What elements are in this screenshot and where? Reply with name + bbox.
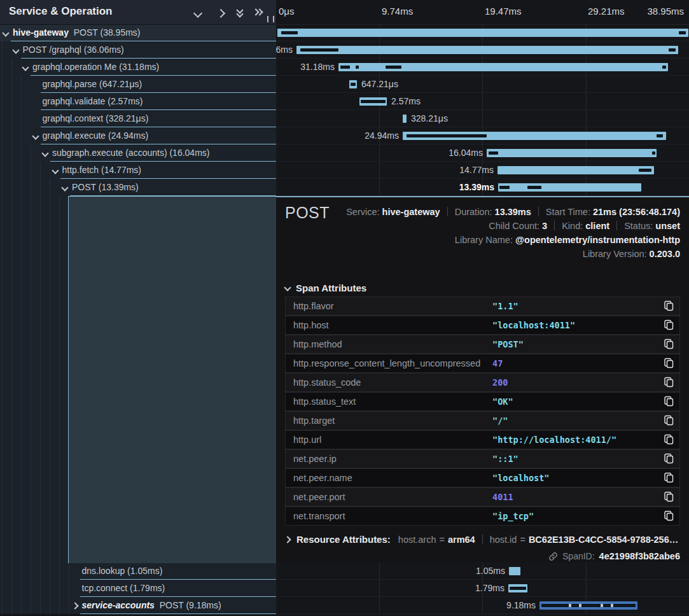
copy-value-button[interactable]	[663, 472, 674, 484]
timeline-row[interactable]: 328.21μs	[276, 110, 689, 127]
copy-value-button[interactable]	[663, 510, 674, 522]
chevron-down-icon[interactable]	[52, 167, 59, 174]
span-bar[interactable]	[498, 166, 654, 174]
attribute-row: net.peer.name"localhost"	[286, 469, 679, 487]
span-tree-row[interactable]: graphql.execute (24.94ms)	[0, 127, 276, 144]
child-span-segment	[386, 66, 401, 69]
timeline-tick-label: 29.21ms	[588, 6, 625, 17]
service-name: service-accounts	[82, 600, 155, 610]
chevron-right-icon[interactable]	[218, 8, 230, 18]
operation-name: graphql.parse (647.21μs)	[43, 79, 143, 89]
column-resizer-handle[interactable]	[267, 16, 274, 22]
attribute-row: http.url"http://localhost:4011/"	[286, 431, 679, 449]
span-bar[interactable]	[296, 46, 678, 54]
span-bar[interactable]	[349, 80, 357, 88]
span-bar[interactable]	[498, 183, 641, 192]
duration-label: 36.06ms	[276, 41, 293, 59]
child-span-segment	[527, 186, 541, 189]
chevron-down-icon[interactable]	[12, 46, 19, 53]
timeline-row[interactable]: 2.57ms	[276, 93, 689, 110]
attribute-key: http.response_content_length_uncompresse…	[293, 354, 480, 372]
resource-equals: =	[439, 535, 444, 545]
timeline-row[interactable]: 14.77ms	[276, 162, 689, 179]
timeline-row[interactable]: 31.18ms	[276, 59, 689, 76]
meta-value: 3	[542, 221, 547, 231]
attribute-row: http.response_content_length_uncompresse…	[286, 354, 679, 372]
span-tree-row[interactable]: hive-gateway POST (38.95ms)	[0, 24, 276, 41]
resource-key: host.arch	[398, 535, 436, 545]
span-tree-row[interactable]: http.fetch (14.77ms)	[0, 162, 276, 179]
timeline-row[interactable]: 1.79ms	[276, 580, 689, 597]
selected-span-region	[68, 196, 276, 563]
operation-name: http.fetch (14.77ms)	[62, 165, 142, 175]
span-tree-row[interactable]: POST /graphql (36.06ms)	[0, 41, 276, 59]
span-title: POST	[285, 204, 330, 222]
copy-value-button[interactable]	[663, 396, 674, 407]
copy-value-button[interactable]	[663, 491, 674, 503]
span-tree-row[interactable]: POST (13.39ms)	[0, 179, 276, 196]
chevron-down-icon[interactable]	[32, 132, 39, 139]
double-chevron-down-icon[interactable]	[235, 8, 248, 18]
copy-value-button[interactable]	[663, 434, 674, 445]
meta-value: 21ms (23:56:48.174)	[593, 207, 680, 217]
span-tree-row[interactable]: tcp.connect (1.79ms)	[0, 580, 276, 597]
timeline-row[interactable]: 9.18ms	[276, 597, 689, 614]
timeline-row[interactable]: 16.04ms	[276, 144, 689, 162]
link-icon[interactable]	[548, 552, 558, 561]
span-detail-panel: POST Service: hive-gatewayDuration: 13.3…	[276, 196, 689, 563]
copy-value-button[interactable]	[663, 377, 674, 388]
span-tree-row[interactable]: graphql.validate (2.57ms)	[0, 93, 276, 110]
timeline-row[interactable]: 36.06ms	[276, 41, 689, 59]
copy-value-button[interactable]	[663, 453, 674, 465]
timeline-row[interactable]: 38.95ms	[276, 24, 689, 41]
timeline-row[interactable]: 1.05ms	[276, 563, 689, 580]
span-tree-row[interactable]: graphql.context (328.21μs)	[0, 110, 276, 127]
copy-icon	[664, 453, 674, 464]
child-span-segment	[361, 100, 386, 103]
copy-value-button[interactable]	[663, 415, 674, 426]
span-bar[interactable]	[539, 601, 637, 610]
timeline-row[interactable]: 24.94ms	[276, 127, 689, 144]
double-chevron-right-icon[interactable]	[253, 8, 266, 18]
span-bar[interactable]	[487, 149, 657, 157]
attribute-key: http.status_code	[293, 374, 361, 391]
copy-icon	[664, 415, 674, 426]
copy-value-button[interactable]	[663, 300, 674, 312]
span-bar[interactable]	[277, 29, 688, 37]
chevron-down-icon[interactable]	[22, 64, 29, 71]
timeline-panel: 0μs9.74ms19.47ms29.21ms38.95ms 38.95ms36…	[276, 0, 689, 616]
span-bar[interactable]	[338, 63, 668, 71]
child-span-segment	[499, 186, 510, 189]
copy-value-button[interactable]	[663, 319, 674, 331]
child-span-segment	[541, 604, 636, 607]
attribute-key: net.transport	[293, 507, 345, 525]
service-name: hive-gateway	[13, 27, 69, 38]
chevron-down-icon[interactable]	[195, 8, 207, 18]
span-attributes-header[interactable]: Span Attributes	[285, 283, 366, 293]
span-row-label: POST /graphql (36.06ms)	[23, 41, 124, 59]
span-tree-row[interactable]: subgraph.execute (accounts) (16.04ms)	[0, 144, 276, 162]
operation-name: subgraph.execute (accounts) (16.04ms)	[52, 148, 209, 158]
span-bar[interactable]	[359, 97, 387, 106]
chevron-right-icon[interactable]	[71, 602, 78, 609]
span-bar[interactable]	[509, 567, 520, 575]
duration-label: 14.77ms	[417, 162, 494, 179]
chevron-down-icon[interactable]	[41, 150, 48, 157]
copy-value-button[interactable]	[663, 358, 674, 369]
copy-icon	[664, 319, 674, 330]
resource-attributes-row[interactable]: Resource Attributes:host.arch=arm64host.…	[285, 533, 678, 546]
span-bar[interactable]	[403, 115, 407, 123]
copy-value-button[interactable]	[663, 339, 674, 350]
span-tree-row[interactable]: graphql.parse (647.21μs)	[0, 76, 276, 93]
timeline-row[interactable]: 13.39ms	[276, 179, 689, 196]
span-tree-row[interactable]: graphql.operation Me (31.18ms)	[0, 59, 276, 76]
span-row-label: hive-gateway POST (38.95ms)	[13, 24, 141, 41]
span-bar[interactable]	[403, 132, 666, 140]
span-tree-row[interactable]: dns.lookup (1.05ms)	[0, 563, 276, 580]
span-tree-row[interactable]: service-accounts POST (9.18ms)	[0, 597, 276, 614]
timeline-row[interactable]: 647.21μs	[276, 76, 689, 93]
span-bar[interactable]	[508, 584, 527, 592]
chevron-down-icon[interactable]	[61, 184, 68, 191]
duration-label: 1.05ms	[429, 563, 505, 580]
chevron-down-icon[interactable]	[2, 29, 9, 36]
